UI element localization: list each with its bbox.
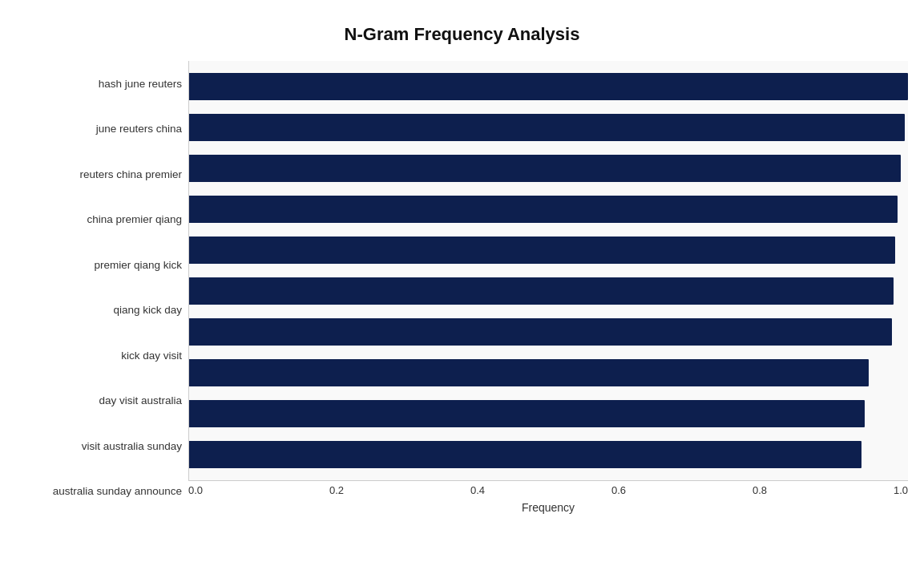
x-axis-label: Frequency — [188, 501, 908, 514]
y-label: china premier qiang — [16, 214, 182, 225]
y-label: day visit australia — [16, 395, 182, 406]
bar — [189, 359, 869, 386]
bar — [189, 400, 865, 427]
chart-container: N-Gram Frequency Analysis hash june reut… — [0, 0, 924, 562]
bars-section: hash june reutersjune reuters chinareute… — [16, 61, 908, 514]
bar — [189, 114, 905, 141]
x-tick: 0.4 — [470, 484, 485, 496]
bars-plot — [188, 61, 908, 481]
x-tick: 1.0 — [894, 484, 908, 496]
chart-title: N-Gram Frequency Analysis — [16, 16, 908, 45]
bar-row — [189, 438, 908, 471]
bar-row — [189, 233, 908, 267]
y-label: qiang kick day — [16, 305, 182, 316]
bar — [189, 441, 861, 468]
bar-row — [189, 274, 908, 308]
bar-row — [189, 152, 908, 185]
x-tick: 0.8 — [753, 484, 767, 496]
bar-row — [189, 192, 908, 226]
y-label: australia sunday announce — [16, 486, 182, 497]
bar-row — [189, 397, 908, 431]
bar-row — [189, 315, 908, 349]
x-axis: 0.00.20.40.60.81.0 Frequency — [188, 481, 908, 514]
y-label: reuters china premier — [16, 169, 182, 180]
bar — [189, 73, 908, 100]
bar — [189, 318, 892, 346]
bar-row — [189, 111, 908, 144]
bar — [189, 237, 895, 264]
bar — [189, 277, 894, 305]
chart-area: hash june reutersjune reuters chinareute… — [16, 61, 908, 514]
bars-and-x: 0.00.20.40.60.81.0 Frequency — [188, 61, 908, 514]
y-labels: hash june reutersjune reuters chinareute… — [16, 61, 188, 514]
y-label: june reuters china — [16, 123, 182, 135]
x-tick: 0.2 — [329, 484, 344, 496]
bar — [189, 155, 901, 182]
y-label: visit australia sunday — [16, 441, 182, 452]
y-label: kick day visit — [16, 350, 182, 362]
x-ticks: 0.00.20.40.60.81.0 — [188, 484, 908, 496]
y-label: premier qiang kick — [16, 260, 182, 271]
x-tick: 0.0 — [188, 484, 203, 496]
bar-row — [189, 70, 908, 103]
y-label: hash june reuters — [16, 79, 182, 90]
bar-row — [189, 356, 908, 390]
bar — [189, 196, 898, 223]
x-tick: 0.6 — [611, 484, 626, 496]
